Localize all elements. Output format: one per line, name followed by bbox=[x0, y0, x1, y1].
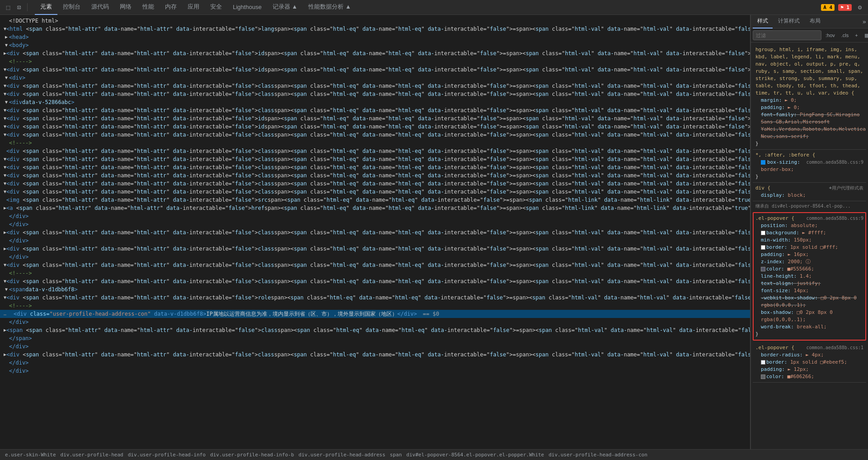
toolbar-tab-性能[interactable]: 性能 bbox=[137, 0, 160, 15]
color-swatch[interactable] bbox=[761, 245, 765, 250]
device-icon[interactable]: ⊡ bbox=[14, 3, 24, 12]
html-line[interactable]: <div <span class="html-attr" data-name="… bbox=[0, 180, 750, 188]
breadcrumb-item[interactable]: span bbox=[388, 452, 403, 458]
expand-triangle[interactable] bbox=[4, 285, 9, 294]
html-line[interactable]: </div> bbox=[0, 359, 750, 367]
html-line[interactable]: </div> bbox=[0, 253, 750, 261]
css-val[interactable]: 1px solid □#fff; bbox=[790, 244, 838, 250]
html-line[interactable]: <!----> bbox=[0, 269, 750, 277]
html-line[interactable]: <span <span class="html-attr" data-name=… bbox=[0, 326, 750, 334]
css-val[interactable]: border-box; bbox=[761, 166, 794, 172]
css-selector[interactable]: .el-popover { bbox=[755, 215, 794, 221]
css-prop[interactable]: word-break: bbox=[761, 324, 794, 330]
css-checkbox[interactable] bbox=[761, 160, 765, 165]
cls-button[interactable]: .cls bbox=[839, 32, 851, 39]
html-line[interactable]: <div <span class="html-attr" data-name="… bbox=[0, 66, 750, 74]
html-line[interactable]: <div <span class="html-attr" data-name="… bbox=[0, 228, 750, 237]
css-prop[interactable]: box-shadow: bbox=[761, 309, 794, 315]
inspect-icon[interactable]: ⬚ bbox=[4, 3, 13, 12]
panel-tab-计算样式[interactable]: 计算样式 bbox=[774, 15, 804, 28]
toolbar-tab-内存[interactable]: 内存 bbox=[160, 0, 182, 15]
toolbar-tab-应用[interactable]: 应用 bbox=[182, 0, 205, 15]
html-line[interactable]: … <div class="user-profile-head-address-… bbox=[0, 310, 750, 318]
css-val[interactable]: ► 12px; bbox=[788, 366, 809, 372]
css-val[interactable]: block; bbox=[788, 192, 806, 198]
toolbar-tab-源代码[interactable]: 源代码 bbox=[86, 0, 114, 15]
breadcrumb-item[interactable]: div.user-profile-head-info-b bbox=[209, 452, 295, 458]
html-line[interactable]: <div <span class="html-attr" data-name="… bbox=[0, 90, 750, 98]
css-val[interactable]: 14px; bbox=[794, 288, 809, 294]
breadcrumb-item[interactable]: div.user-profile-head-address bbox=[297, 452, 387, 458]
css-prop[interactable]: box-sizing: bbox=[767, 159, 800, 165]
css-val[interactable]: break-all; bbox=[797, 324, 826, 330]
css-selector[interactable]: *, :after, :before { bbox=[755, 152, 815, 158]
html-line[interactable]: </div> bbox=[0, 212, 750, 220]
html-line[interactable]: <!DOCTYPE html> bbox=[0, 17, 750, 25]
css-val[interactable]: ► 16px; bbox=[788, 251, 809, 257]
breadcrumb-item[interactable]: e.user-skin-White bbox=[4, 452, 57, 458]
css-val[interactable]: ■#606266; bbox=[787, 374, 814, 379]
color-swatch[interactable] bbox=[761, 231, 765, 235]
toolbar-tab-记录器▲[interactable]: 记录器 ▲ bbox=[267, 0, 303, 15]
css-prop[interactable]: font-size: bbox=[761, 288, 791, 294]
html-line[interactable]: <head> bbox=[0, 33, 750, 41]
css-prop[interactable]: border-radius: bbox=[761, 352, 803, 358]
toolbar-tab-安全[interactable]: 安全 bbox=[205, 0, 227, 15]
html-panel[interactable]: <!DOCTYPE html><html <span class="html-a… bbox=[0, 15, 750, 449]
css-selector[interactable]: hgroup, html, i, iframe, img, ins, kbd, … bbox=[755, 47, 863, 96]
css-prop[interactable]: border: bbox=[766, 359, 787, 365]
more-tabs-button[interactable]: » bbox=[863, 18, 866, 25]
css-selector[interactable]: .el-popover { bbox=[755, 345, 794, 351]
html-line[interactable]: <div <span class="html-attr" data-name="… bbox=[0, 131, 750, 139]
css-val[interactable]: ■#555666; bbox=[787, 266, 814, 272]
html-line[interactable]: <div <span class="html-attr" data-name="… bbox=[0, 147, 750, 155]
html-line[interactable]: <div <span class="html-attr" data-name="… bbox=[0, 294, 750, 302]
css-prop[interactable]: color: bbox=[766, 374, 784, 379]
css-prop[interactable]: color: bbox=[766, 266, 784, 272]
css-val[interactable]: 150px; bbox=[794, 237, 812, 243]
html-line[interactable]: </span> bbox=[0, 334, 750, 342]
html-line[interactable]: <div <span class="html-attr" data-name="… bbox=[0, 188, 750, 196]
css-val[interactable]: 1.4; bbox=[800, 273, 812, 279]
color-swatch[interactable] bbox=[761, 375, 765, 379]
html-line[interactable]: <!----> bbox=[0, 302, 750, 310]
html-line[interactable]: <div <span class="html-attr" data-name="… bbox=[0, 245, 750, 253]
html-line[interactable]: <div data-v-52866abc> bbox=[0, 98, 750, 106]
css-prop[interactable]: border: bbox=[766, 244, 787, 250]
filter-input[interactable] bbox=[753, 30, 821, 40]
html-line[interactable]: <span data-v-d1dbb6f8> bbox=[0, 285, 750, 294]
css-val[interactable]: ► #ffff; bbox=[802, 230, 826, 236]
css-prop[interactable]: padding: bbox=[761, 104, 785, 110]
html-line[interactable]: <div <span class="html-attr" data-name="… bbox=[0, 261, 750, 269]
css-val[interactable]: ► 4px; bbox=[806, 352, 824, 358]
css-selector[interactable]: div { bbox=[755, 185, 770, 191]
css-prop[interactable]: position: bbox=[761, 223, 788, 228]
breadcrumb-item[interactable]: div.user-profile-head bbox=[59, 452, 125, 458]
html-line[interactable]: <div <span class="html-attr" data-name="… bbox=[0, 171, 750, 180]
expand-triangle[interactable] bbox=[4, 41, 9, 49]
css-prop[interactable]: z-index: bbox=[761, 259, 785, 265]
color-swatch[interactable] bbox=[761, 267, 765, 271]
html-line[interactable]: <div <span class="html-attr" data-name="… bbox=[0, 277, 750, 285]
css-val[interactable]: ► 0; bbox=[785, 97, 797, 103]
html-line[interactable]: <div <span class="html-attr" data-name="… bbox=[0, 82, 750, 90]
breadcrumb-item[interactable]: div.user-profile-head-info bbox=[127, 452, 207, 458]
html-line[interactable]: <div> bbox=[0, 74, 750, 82]
toolbar-tab-网络[interactable]: 网络 bbox=[114, 0, 137, 15]
html-line[interactable]: <div <span class="html-attr" data-name="… bbox=[0, 106, 750, 114]
css-prop[interactable]: min-width: bbox=[761, 237, 791, 243]
html-line[interactable]: <div <span class="html-attr" data-name="… bbox=[0, 155, 750, 163]
html-line[interactable]: <img <span class="html-attr" data-name="… bbox=[0, 196, 750, 204]
settings-icon[interactable]: ⚙ bbox=[855, 3, 864, 12]
toolbar-tab-元素[interactable]: 元素 bbox=[35, 0, 57, 15]
html-line[interactable]: </div> bbox=[0, 367, 750, 375]
html-line[interactable]: <html <span class="html-attr" data-name=… bbox=[0, 25, 750, 33]
html-line[interactable]: <div <span class="html-attr" data-name="… bbox=[0, 123, 750, 131]
expand-triangle[interactable] bbox=[4, 33, 9, 41]
panel-tab-样式[interactable]: 样式 bbox=[753, 15, 773, 28]
add-style-button[interactable]: + bbox=[853, 32, 860, 39]
css-prop[interactable]: background: bbox=[766, 230, 799, 236]
breadcrumb-item[interactable]: div.user-profile-head-address-con bbox=[547, 452, 649, 458]
css-prop[interactable]: margin: bbox=[761, 97, 782, 103]
html-line[interactable]: </div> bbox=[0, 342, 750, 351]
